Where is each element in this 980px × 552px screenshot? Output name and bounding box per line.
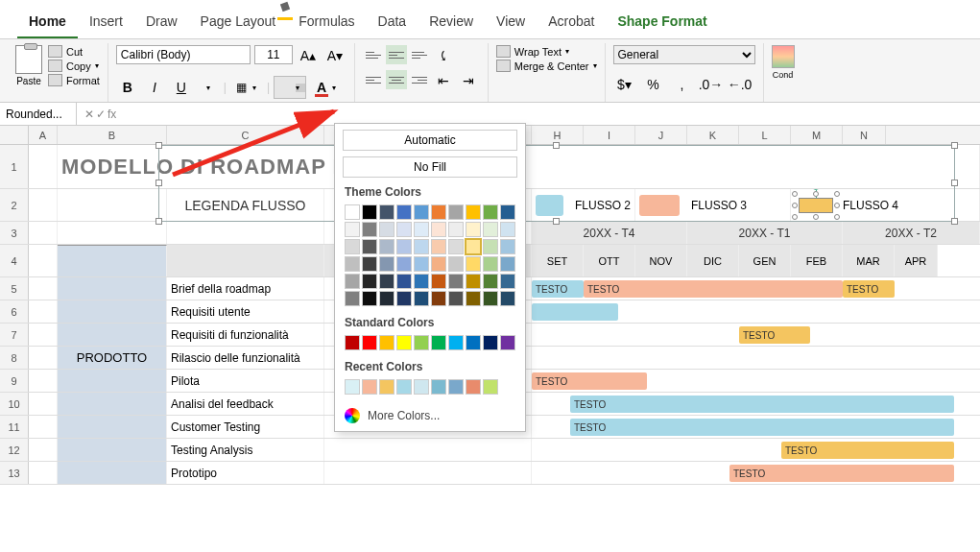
color-swatch[interactable] (466, 256, 481, 272)
color-swatch[interactable] (345, 204, 360, 220)
col-header[interactable]: B (58, 126, 167, 144)
merge-center-button[interactable]: Merge & Center▾ (496, 60, 597, 72)
color-swatch[interactable] (379, 274, 394, 289)
color-swatch[interactable] (362, 335, 377, 350)
wrap-text-button[interactable]: Wrap Text▾ (496, 45, 597, 58)
color-swatch[interactable] (483, 291, 498, 306)
select-all-corner[interactable] (0, 126, 29, 144)
tab-formulas[interactable]: Formulas (287, 8, 366, 38)
font-name-select[interactable] (116, 45, 251, 64)
color-swatch[interactable] (396, 204, 412, 220)
color-swatch[interactable] (362, 379, 377, 395)
color-swatch[interactable] (414, 222, 429, 237)
italic-button[interactable]: I (143, 77, 166, 98)
color-swatch[interactable] (500, 335, 515, 350)
color-swatch[interactable] (396, 335, 412, 350)
color-swatch[interactable] (448, 222, 464, 237)
color-swatch[interactable] (483, 222, 498, 237)
tab-home[interactable]: Home (17, 8, 78, 38)
tab-shape-format[interactable]: Shape Format (606, 8, 718, 38)
tab-page-layout[interactable]: Page Layout (189, 8, 288, 38)
align-top-button[interactable] (363, 45, 384, 64)
color-swatch[interactable] (396, 239, 412, 254)
col-header[interactable]: A (29, 126, 58, 144)
color-swatch[interactable] (345, 239, 360, 254)
cancel-formula-button[interactable]: ✕ (84, 108, 94, 121)
color-swatch[interactable] (466, 379, 481, 395)
color-swatch[interactable] (483, 239, 498, 254)
tab-draw[interactable]: Draw (134, 8, 189, 38)
orientation-button[interactable]: ⤹ (432, 45, 455, 66)
gantt-bar[interactable]: TESTO (739, 326, 810, 344)
color-swatch[interactable] (362, 274, 377, 289)
color-swatch[interactable] (483, 256, 498, 272)
color-swatch[interactable] (448, 335, 464, 350)
underline-button[interactable]: U (170, 77, 193, 98)
color-swatch[interactable] (379, 379, 394, 395)
color-swatch[interactable] (483, 274, 498, 289)
color-swatch[interactable] (362, 222, 377, 237)
automatic-color-button[interactable]: Automatic (343, 130, 517, 151)
gantt-bar[interactable]: TESTO (729, 465, 954, 482)
row-header[interactable]: 9 (0, 370, 29, 392)
align-middle-button[interactable] (386, 45, 407, 64)
color-swatch[interactable] (431, 239, 446, 254)
color-swatch[interactable] (448, 379, 464, 395)
paste-button[interactable]: Paste (15, 45, 42, 86)
increase-decimal-button[interactable]: .0→ (700, 74, 723, 95)
conditional-formatting-button[interactable]: Cond (772, 45, 795, 80)
no-fill-button[interactable]: No Fill (343, 156, 517, 178)
bold-button[interactable]: B (116, 77, 139, 98)
col-header[interactable]: K (687, 126, 739, 144)
col-header[interactable]: M (791, 126, 843, 144)
decrease-decimal-button[interactable]: ←.0 (729, 74, 752, 95)
color-swatch[interactable] (414, 335, 429, 350)
color-swatch[interactable] (414, 204, 429, 220)
color-swatch[interactable] (431, 256, 446, 272)
font-color-button[interactable]: A▾ (310, 76, 343, 99)
row-header[interactable]: 3 (0, 222, 29, 244)
gantt-bar[interactable] (532, 303, 618, 321)
row-header[interactable]: 12 (0, 439, 29, 461)
color-swatch[interactable] (396, 274, 412, 289)
cut-button[interactable]: Cut (48, 45, 100, 58)
color-swatch[interactable] (414, 239, 429, 254)
tab-acrobat[interactable]: Acrobat (537, 8, 606, 38)
color-swatch[interactable] (448, 204, 464, 220)
color-swatch[interactable] (466, 204, 481, 220)
color-swatch[interactable] (431, 379, 446, 395)
color-swatch[interactable] (345, 335, 360, 350)
gantt-bar[interactable]: TESTO (570, 419, 954, 436)
color-swatch[interactable] (396, 291, 412, 306)
row-header[interactable]: 11 (0, 416, 29, 438)
tab-review[interactable]: Review (418, 8, 485, 38)
color-swatch[interactable] (483, 335, 498, 350)
tab-data[interactable]: Data (367, 8, 418, 38)
color-swatch[interactable] (431, 204, 446, 220)
color-swatch[interactable] (466, 291, 481, 306)
color-swatch[interactable] (483, 204, 498, 220)
color-swatch[interactable] (379, 256, 394, 272)
color-swatch[interactable] (362, 204, 377, 220)
fx-button[interactable]: fx (108, 108, 116, 121)
more-colors-button[interactable]: More Colors... (335, 400, 525, 431)
color-swatch[interactable] (414, 274, 429, 289)
color-swatch[interactable] (431, 274, 446, 289)
row-header[interactable]: 4 (0, 245, 29, 276)
align-center-button[interactable] (386, 70, 407, 89)
color-swatch[interactable] (379, 335, 394, 350)
enter-formula-button[interactable]: ✓ (96, 108, 106, 121)
underline-dropdown[interactable]: ▾ (197, 77, 220, 98)
color-swatch[interactable] (466, 239, 481, 254)
color-swatch[interactable] (414, 256, 429, 272)
gantt-bar[interactable]: TESTO (781, 442, 954, 459)
decrease-indent-button[interactable]: ⇤ (432, 70, 455, 91)
row-header[interactable]: 8 (0, 347, 29, 369)
color-swatch[interactable] (431, 335, 446, 350)
color-swatch[interactable] (466, 222, 481, 237)
row-header[interactable]: 10 (0, 393, 29, 415)
copy-button[interactable]: Copy▾ (48, 60, 100, 72)
gantt-bar[interactable]: TESTO (532, 280, 584, 298)
increase-indent-button[interactable]: ⇥ (457, 70, 480, 91)
color-swatch[interactable] (431, 222, 446, 237)
